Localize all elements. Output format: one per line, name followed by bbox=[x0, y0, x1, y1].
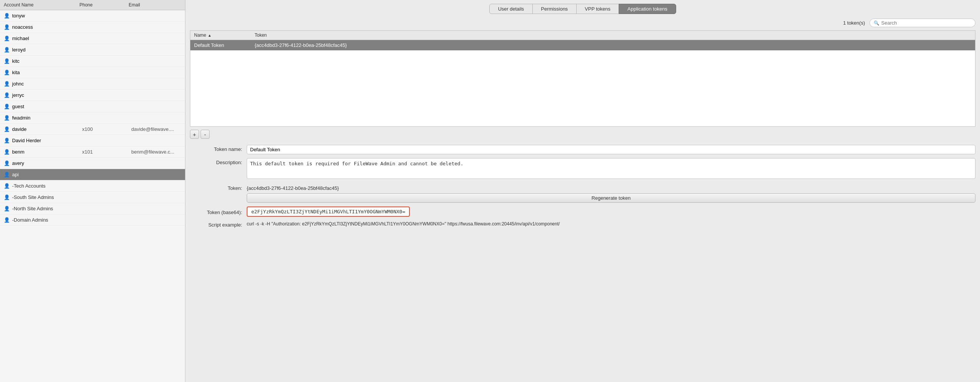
user-list-item[interactable]: 👤-Tech Accounts bbox=[0, 181, 185, 192]
user-list-item[interactable]: 👤avery bbox=[0, 158, 185, 169]
tab-user-details[interactable]: User details bbox=[489, 4, 533, 14]
group-icon: 👤 bbox=[4, 206, 10, 211]
token-value-text: {acc4dbd3-27f6-4122-b0ea-25bf48cfac45} bbox=[247, 184, 975, 191]
user-icon: 👤 bbox=[4, 138, 10, 143]
token-row-name: Default Token bbox=[194, 42, 255, 48]
search-input[interactable] bbox=[881, 20, 971, 26]
token-table-header: Name ▲ Token bbox=[190, 31, 975, 40]
token-rows: Default Token{acc4dbd3-27f6-4122-b0ea-25… bbox=[190, 40, 975, 51]
description-value bbox=[247, 158, 975, 180]
token-value-col-header: Token bbox=[255, 33, 971, 38]
user-list-item[interactable]: 👤tonyw bbox=[0, 10, 185, 22]
user-icon: 👤 bbox=[4, 13, 10, 19]
user-list-item[interactable]: 👤-North Site Admins bbox=[0, 203, 185, 214]
token-value: {acc4dbd3-27f6-4122-b0ea-25bf48cfac45} R… bbox=[247, 184, 975, 203]
user-icon: 👤 bbox=[4, 172, 10, 178]
user-name-text: David Herder bbox=[12, 138, 82, 143]
token-label: Token: bbox=[190, 184, 247, 191]
token-count: 1 token(s) bbox=[843, 20, 865, 26]
tabs-bar: User detailsPermissionsVPP tokensApplica… bbox=[190, 4, 975, 14]
description-textarea[interactable] bbox=[247, 158, 975, 179]
user-phone-text: x100 bbox=[82, 126, 131, 132]
user-list-item[interactable]: 👤michael bbox=[0, 33, 185, 44]
token-name-label: Token name: bbox=[190, 145, 247, 152]
tab-vpp-tokens[interactable]: VPP tokens bbox=[576, 4, 619, 14]
user-name-text: jerryc bbox=[12, 92, 82, 98]
description-row: Description: bbox=[190, 158, 975, 180]
user-list-item[interactable]: 👤leroyd bbox=[0, 44, 185, 55]
user-name-text: michael bbox=[12, 36, 82, 41]
base64-value: e2FjYzRkYmQzLTI3ZjYtNDEyMi1iMGVhLTI1YmY0… bbox=[247, 206, 410, 217]
user-list-item[interactable]: 👤-Domain Admins bbox=[0, 214, 185, 226]
token-row-value: {acc4dbd3-27f6-4122-b0ea-25bf48cfac45} bbox=[255, 42, 971, 48]
search-row: 1 token(s) 🔍 bbox=[190, 19, 975, 27]
script-label: Script example: bbox=[190, 220, 247, 228]
user-icon: 👤 bbox=[4, 58, 10, 64]
user-name-text: -South Site Admins bbox=[12, 194, 82, 200]
user-icon: 👤 bbox=[4, 47, 10, 52]
user-phone-text: x101 bbox=[82, 149, 131, 155]
user-list-item[interactable]: 👤fwadmin bbox=[0, 113, 185, 124]
user-icon: 👤 bbox=[4, 160, 10, 166]
user-name-text: -Tech Accounts bbox=[12, 183, 82, 189]
user-name-text: davide bbox=[12, 126, 82, 132]
user-name-text: leroyd bbox=[12, 47, 82, 52]
token-table-row[interactable]: Default Token{acc4dbd3-27f6-4122-b0ea-25… bbox=[190, 40, 975, 51]
token-name-input[interactable] bbox=[247, 145, 975, 154]
regenerate-token-button[interactable]: Regenerate token bbox=[247, 193, 975, 203]
token-table: Name ▲ Token Default Token{acc4dbd3-27f6… bbox=[190, 30, 975, 127]
tab-permissions[interactable]: Permissions bbox=[532, 4, 577, 14]
script-example-row: Script example: curl -s -k -H "Authoriza… bbox=[190, 220, 975, 228]
user-name-text: noaccess bbox=[12, 24, 82, 30]
user-name-text: avery bbox=[12, 160, 82, 166]
user-list-panel: Account Name Phone Email 👤tonyw👤noaccess… bbox=[0, 0, 185, 382]
user-icon: 👤 bbox=[4, 104, 10, 109]
phone-header: Phone bbox=[80, 2, 129, 8]
group-icon: 👤 bbox=[4, 194, 10, 200]
token-name-row: Token name: bbox=[190, 145, 975, 154]
user-email-text: davide@filewave.... bbox=[131, 126, 181, 132]
user-name-text: benm bbox=[12, 149, 82, 155]
remove-token-button[interactable]: - bbox=[200, 130, 210, 139]
user-icon: 👤 bbox=[4, 92, 10, 98]
user-name-text: kitc bbox=[12, 58, 82, 64]
user-icon: 👤 bbox=[4, 149, 10, 155]
user-name-text: api bbox=[12, 172, 82, 178]
user-icon: 👤 bbox=[4, 81, 10, 87]
user-list-item[interactable]: 👤davidex100davide@filewave.... bbox=[0, 124, 185, 135]
user-list-item[interactable]: 👤johnc bbox=[0, 78, 185, 90]
user-icon: 👤 bbox=[4, 24, 10, 30]
search-icon: 🔍 bbox=[874, 21, 879, 26]
user-icon: 👤 bbox=[4, 126, 10, 132]
user-table-header: Account Name Phone Email bbox=[0, 0, 185, 10]
token-name-col-header: Name ▲ bbox=[194, 33, 255, 38]
token-name-value bbox=[247, 145, 975, 154]
description-label: Description: bbox=[190, 158, 247, 165]
add-token-button[interactable]: + bbox=[190, 130, 199, 139]
user-email-text: benm@filewave.c... bbox=[131, 149, 181, 155]
user-list-item[interactable]: 👤guest bbox=[0, 101, 185, 113]
user-icon: 👤 bbox=[4, 70, 10, 75]
script-value: curl -s -k -H "Authorization: e2FjYzRkYm… bbox=[247, 220, 975, 227]
user-list-item[interactable]: 👤kitc bbox=[0, 55, 185, 67]
user-name-text: fwadmin bbox=[12, 115, 82, 120]
sort-arrow-icon: ▲ bbox=[208, 33, 212, 38]
user-name-text: johnc bbox=[12, 81, 82, 87]
user-list: 👤tonyw👤noaccess👤michael👤leroyd👤kitc👤kita… bbox=[0, 10, 185, 382]
user-list-item[interactable]: 👤kita bbox=[0, 67, 185, 78]
user-list-item[interactable]: 👤jerryc bbox=[0, 90, 185, 101]
user-list-item[interactable]: 👤benmx101benm@filewave.c... bbox=[0, 146, 185, 158]
user-list-item[interactable]: 👤David Herder bbox=[0, 135, 185, 146]
tab-application-tokens[interactable]: Application tokens bbox=[619, 4, 676, 14]
user-name-text: -Domain Admins bbox=[12, 217, 82, 223]
user-list-item[interactable]: 👤-South Site Admins bbox=[0, 192, 185, 203]
base64-row: Token (base64): e2FjYzRkYmQzLTI3ZjYtNDEy… bbox=[190, 206, 975, 217]
group-icon: 👤 bbox=[4, 217, 10, 223]
user-list-item[interactable]: 👤noaccess bbox=[0, 22, 185, 33]
token-empty-area bbox=[190, 51, 975, 126]
base64-label: Token (base64): bbox=[190, 208, 247, 215]
token-row: Token: {acc4dbd3-27f6-4122-b0ea-25bf48cf… bbox=[190, 184, 975, 203]
search-box: 🔍 bbox=[870, 19, 975, 27]
user-name-text: tonyw bbox=[12, 13, 82, 19]
user-list-item[interactable]: 👤api bbox=[0, 169, 185, 181]
